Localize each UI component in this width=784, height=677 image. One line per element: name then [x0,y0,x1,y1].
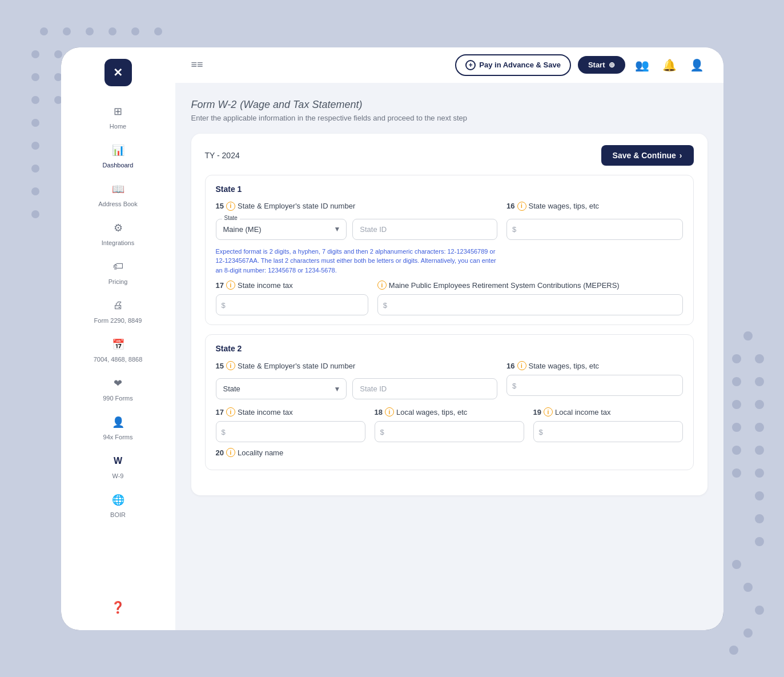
integrations-icon: ⚙ [109,219,127,237]
dollar-sign-s2-18-icon: $ [380,427,384,436]
state1-field15-hint: Expected format is 2 digits, a hyphen, 7… [216,247,498,275]
header-left: ≡≡ [191,59,203,71]
state2-field16-group: 16 i State wages, tips, etc $ [506,361,682,396]
user-icon-button[interactable]: 👤 [687,55,707,75]
state2-field18-info-icon[interactable]: i [385,407,394,416]
state2-field17-info-icon[interactable]: i [226,407,235,416]
pay-advance-button[interactable]: + Pay in Advance & Save [455,54,571,76]
dollar-sign-s2-17-icon: $ [222,427,226,436]
header: ≡≡ + Pay in Advance & Save Start ⊕ 👥 🔔 [175,47,723,83]
menu-icon[interactable]: ≡≡ [191,59,203,71]
state1-mepers-input-wrapper: $ [377,294,683,315]
state2-field20-group: 20 i Locality name [216,448,683,460]
sidebar-item-address-book[interactable]: 📖 Address Book [61,175,175,212]
state2-field18-input[interactable] [375,421,524,442]
state2-row3: 20 i Locality name [216,448,683,460]
ty-label: TY - 2024 [205,151,240,160]
state2-row2: 17 i State income tax $ 18 [216,407,683,442]
main-content: ≡≡ + Pay in Advance & Save Start ⊕ 👥 🔔 [175,47,723,630]
state-label: State [222,215,240,221]
state2-field16-input[interactable] [506,375,682,396]
form-card: TY - 2024 Save & Continue › State 1 [191,134,707,496]
dollar-sign-17-icon: $ [222,301,226,309]
dashboard-icon: 📊 [109,141,127,159]
state1-field17-input-wrapper: $ [216,294,368,315]
state2-field18-group: 18 i Local wages, tips, etc $ [375,407,524,442]
form-header: TY - 2024 Save & Continue › [205,145,694,166]
sidebar-item-pricing[interactable]: 🏷 Pricing [61,253,175,290]
start-button[interactable]: Start ⊕ [578,56,625,74]
page-body: Form W-2 (Wage and Tax Statement) Enter … [175,83,723,630]
state2-field19-input[interactable] [533,421,683,442]
page-title: Form W-2 (Wage and Tax Statement) [191,97,707,111]
state2-field19-info-icon[interactable]: i [544,407,553,416]
state2-field17-input-wrapper: $ [216,421,365,442]
sidebar-item-form7004[interactable]: 📅 7004, 4868, 8868 [61,331,175,367]
state1-section: State 1 15 i State & Employer's state ID… [205,175,694,326]
form2290-icon: 🖨 [109,297,127,315]
sidebar-item-form94x[interactable]: 👤 94x Forms [61,408,175,445]
form990-icon: ❤ [109,374,127,392]
mepers-info-icon[interactable]: i [377,281,387,290]
state1-field16-input[interactable] [506,219,682,240]
dollar-sign-s2-16-icon: $ [512,381,516,390]
field17-info-icon[interactable]: i [226,281,235,290]
sidebar-item-boir[interactable]: 🌐 BOIR [61,486,175,523]
dollar-sign-s2-19-icon: $ [539,427,543,436]
state2-row1: 15 i State & Employer's state ID number … [216,361,683,399]
state1-field16-group: 16 i State wages, tips, etc $ [506,202,682,240]
state2-state-id-input[interactable] [352,378,497,399]
pricing-icon: 🏷 [109,258,127,276]
state2-field17-group: 17 i State income tax $ [216,407,365,442]
sidebar-item-integrations[interactable]: ⚙ Integrations [61,214,175,251]
contacts-icon: 👥 [635,58,649,72]
state1-state-id-input[interactable] [352,219,497,240]
state1-title: State 1 [216,185,683,194]
state2-field15-info-icon[interactable]: i [226,361,235,370]
bell-icon: 🔔 [662,58,677,72]
form7004-icon: 📅 [109,335,127,354]
state1-field16-input-wrapper: $ [506,219,682,240]
dollar-sign-mepers-icon: $ [383,301,387,309]
plus-circle-icon: + [465,60,476,70]
sidebar-item-form2290[interactable]: 🖨 Form 2290, 8849 [61,292,175,329]
state1-field17-input[interactable] [216,294,368,315]
chevron-right-icon: › [680,151,682,160]
main-card: ✕ ⊞ Home 📊 Dashboard 📖 Address Book ⚙ In… [61,47,723,630]
state1-state-select-wrapper: State Maine (ME) Alabama (AL) Alaska (AK… [216,219,347,240]
user-icon: 👤 [690,58,704,72]
sidebar-item-form990[interactable]: ❤ 990 Forms [61,370,175,406]
contacts-icon-button[interactable]: 👥 [632,55,653,75]
notifications-icon-button[interactable]: 🔔 [660,55,680,75]
state1-row2: 17 i State income tax $ i [216,281,683,315]
field15-info-icon[interactable]: i [226,202,235,211]
state2-title: State 2 [216,344,683,353]
state1-mepers-group: i Maine Public Employees Retirement Syst… [377,281,683,315]
state2-section: State 2 15 i State & Employer's state ID… [205,334,694,470]
state2-field16-input-wrapper: $ [506,375,682,396]
state1-mepers-input[interactable] [377,294,683,315]
sidebar-help-icon[interactable]: ❓ [111,591,125,619]
sidebar-item-formw9[interactable]: W W-9 [61,447,175,484]
app-logo[interactable]: ✕ [104,59,132,86]
arrow-circle-icon: ⊕ [609,61,615,69]
state2-field15-group: 15 i State & Employer's state ID number … [216,361,498,399]
formw9-icon: W [109,452,127,470]
state2-field18-input-wrapper: $ [375,421,524,442]
state2-state-select[interactable]: State Maine (ME) Alabama (AL) Alaska (AK… [216,379,347,399]
form94x-icon: 👤 [109,413,127,431]
sidebar-item-home[interactable]: ⊞ Home [61,98,175,134]
save-continue-button[interactable]: Save & Continue › [601,145,694,166]
sidebar: ✕ ⊞ Home 📊 Dashboard 📖 Address Book ⚙ In… [61,47,175,630]
sidebar-item-dashboard[interactable]: 📊 Dashboard [61,137,175,173]
field16-info-icon[interactable]: i [517,202,526,211]
home-icon: ⊞ [109,102,127,121]
state2-field20-info-icon[interactable]: i [226,448,235,457]
state1-field17-group: 17 i State income tax $ [216,281,368,315]
boir-icon: 🌐 [109,491,127,509]
address-book-icon: 📖 [109,180,127,198]
state2-field16-info-icon[interactable]: i [517,361,526,370]
state1-state-select[interactable]: Maine (ME) Alabama (AL) Alaska (AK) Ariz… [216,219,347,239]
state2-field17-input[interactable] [216,421,365,442]
state2-field19-group: 19 i Local income tax $ [533,407,683,442]
